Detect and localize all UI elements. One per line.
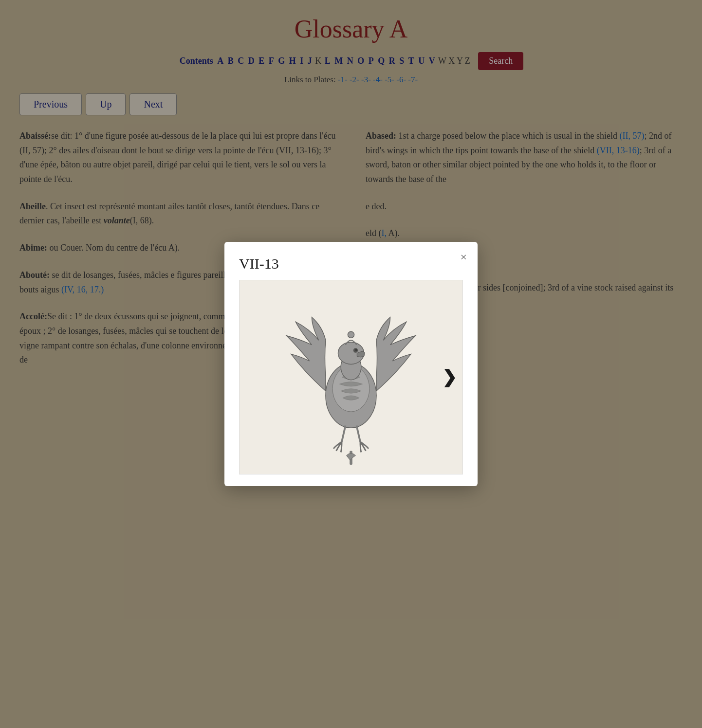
modal-overlay[interactable]: VII-13 × (0, 0, 702, 728)
svg-point-5 (355, 349, 357, 351)
modal-close-button[interactable]: × (460, 251, 467, 264)
eagle-image (278, 290, 424, 465)
svg-line-8 (356, 425, 360, 441)
modal-next-button[interactable]: ❯ (442, 367, 457, 387)
modal-box: VII-13 × (224, 242, 478, 486)
svg-point-6 (348, 331, 354, 338)
modal-image-area: ❯ (239, 280, 463, 474)
modal-title: VII-13 (239, 255, 463, 272)
svg-line-7 (342, 425, 346, 441)
